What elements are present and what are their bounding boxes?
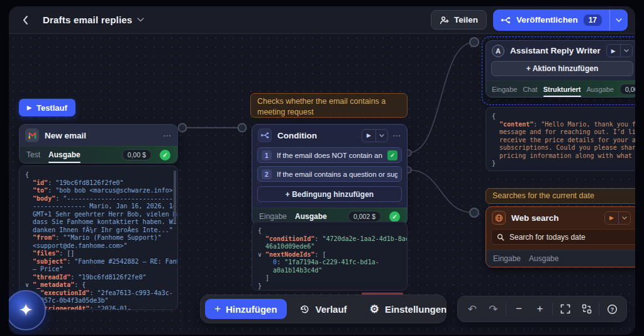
help-button[interactable]: ?: [601, 299, 623, 319]
scrollbar[interactable]: [174, 171, 176, 223]
settings-label: Einstellungen: [385, 304, 447, 315]
node-condition[interactable]: Condition ▶ ⋯ 1 If the email does NOT co…: [252, 124, 408, 225]
tab-input[interactable]: Eingabe: [259, 212, 287, 221]
fit-view-button[interactable]: [555, 299, 576, 319]
tab-input[interactable]: Eingabe: [492, 86, 517, 93]
test-run-label: Testlauf: [36, 103, 67, 113]
node-title: Web search: [511, 213, 559, 223]
publish-button[interactable]: Veröffentlichen 17: [493, 9, 628, 31]
row-number: 1: [262, 150, 272, 160]
plus-icon: +: [537, 303, 543, 315]
node-new-email[interactable]: New email ⋯ Test Ausgabe 0,00 $ ✓: [19, 124, 178, 164]
publish-dropdown[interactable]: [610, 18, 628, 22]
node-title: Assistant Reply Writer: [510, 46, 601, 55]
run-node-button[interactable]: ▶: [605, 212, 618, 224]
condition-output-panel[interactable]: { "conditionId": "4720da2e-1aa2-4d1b-8ac…: [252, 221, 408, 291]
chevron-left-icon: [22, 15, 28, 25]
node-web-search[interactable]: Web search ▶ ⋯ Search for todays: [486, 206, 635, 267]
undo-button[interactable]: ↶: [462, 299, 483, 319]
redo-icon: ↷: [489, 303, 497, 316]
assistant-widget-button[interactable]: ✦: [9, 290, 46, 330]
publish-label: Veröffentlichen: [516, 15, 578, 25]
new-email-tabbar: Test Ausgabe 0,00 $ ✓: [19, 146, 177, 163]
tab-output[interactable]: Ausgabe: [587, 86, 614, 93]
tab-output[interactable]: Ausgabe: [295, 212, 327, 221]
comment-web-search[interactable]: Searches for the current date: [486, 188, 635, 204]
node-menu-icon[interactable]: ⋯: [163, 132, 172, 140]
node-assistant-reply-writer[interactable]: A Assistant Reply Writer ▶ ⋯ + Aktion hi…: [486, 40, 635, 98]
rearrange-icon: [582, 304, 592, 314]
globe-icon: [492, 211, 506, 225]
gmail-icon: [25, 128, 39, 142]
run-node-button[interactable]: ▶: [362, 130, 375, 142]
zoom-in-button[interactable]: +: [530, 299, 551, 319]
gear-icon: ⚙: [370, 304, 379, 315]
chevron-down-icon[interactable]: [137, 18, 144, 22]
new-email-output-panel[interactable]: { "id": "19bc6fd8126f2fe0" "to": "bob bo…: [19, 165, 178, 310]
add-action-button[interactable]: + Aktion hinzufügen: [491, 61, 633, 76]
play-icon: ▶: [27, 104, 31, 111]
run-options-chevron[interactable]: [376, 130, 387, 142]
new-email-header: New email ⋯: [19, 125, 177, 146]
run-controls: ▶: [606, 44, 633, 57]
fullscreen-icon: [560, 304, 570, 314]
add-node-button[interactable]: + Hinzufügen: [205, 299, 287, 319]
assistant-output-panel[interactable]: { "content": "Hello Mario, thank you for…: [486, 107, 635, 171]
cost-badge: 0,00 $: [122, 149, 152, 160]
plus-icon: +: [214, 303, 221, 315]
assistant-header: A Assistant Reply Writer ▶ ⋯: [486, 41, 635, 60]
screenshot-stage: Drafts email replies Teilen Veröff: [0, 0, 644, 336]
tab-test[interactable]: Test: [26, 150, 40, 159]
node-title: Condition: [277, 131, 317, 140]
tab-structured[interactable]: Strukturiert: [543, 86, 581, 93]
publish-count-badge: 17: [584, 14, 602, 26]
assistant-tabbar: Eingabe Chat Strukturiert Ausgabe 0,006 …: [486, 81, 635, 97]
row-number: 2: [262, 169, 272, 179]
tab-output[interactable]: Ausgabe: [529, 254, 558, 263]
share-button[interactable]: Teilen: [431, 10, 487, 30]
condition-row-2[interactable]: 2 If the email contains a question or su…: [257, 166, 402, 182]
bottom-toolbar: + Hinzufügen Verlauf ⚙ Einstellungen: [200, 294, 447, 323]
canvas-controls-toolbar: ↶ ↷ − + ?: [457, 296, 627, 322]
run-node-button[interactable]: ▶: [607, 45, 620, 57]
add-node-label: Hinzufügen: [226, 304, 277, 315]
plus-icon: +: [286, 190, 290, 199]
run-options-chevron[interactable]: [621, 45, 632, 57]
node-title: New email: [45, 131, 86, 140]
node-menu-icon[interactable]: ⋯: [392, 132, 401, 140]
redo-button[interactable]: ↷: [483, 299, 504, 319]
history-button[interactable]: Verlauf: [289, 299, 357, 319]
condition-row-1[interactable]: 1 If the email does NOT contain anything…: [257, 147, 402, 163]
back-button[interactable]: [16, 11, 34, 29]
test-run-button[interactable]: ▶ Testlauf: [19, 99, 75, 116]
branch-condition-icon: [258, 128, 272, 142]
help-icon: ?: [607, 304, 618, 315]
auto-layout-button[interactable]: [576, 299, 597, 319]
add-condition-button[interactable]: + Bedingung hinzufügen: [257, 186, 402, 202]
zoom-out-button[interactable]: −: [508, 299, 530, 319]
settings-button[interactable]: ⚙ Einstellungen: [360, 299, 457, 319]
cost-badge: 0,006 $: [619, 84, 635, 95]
publish-main: Veröffentlichen 17: [493, 14, 609, 26]
undo-icon: ↶: [468, 303, 477, 316]
web-search-query-row[interactable]: Search for todays date: [491, 229, 635, 245]
tab-input[interactable]: Eingabe: [493, 254, 521, 263]
web-search-tabbar: Eingabe Ausgabe: [486, 250, 635, 267]
web-search-query: Search for todays date: [509, 233, 586, 242]
web-search-header: Web search ▶ ⋯: [486, 207, 635, 228]
run-options-chevron[interactable]: [619, 212, 630, 224]
tab-chat[interactable]: Chat: [523, 86, 537, 93]
workflow-canvas[interactable]: ▶ Testlauf New email ⋯ Test Ausgabe 0,00…: [9, 34, 635, 335]
topbar-actions: Teilen Veröffentlichen 17: [431, 9, 628, 31]
assistant-avatar: A: [492, 45, 504, 57]
top-bar: Drafts email replies Teilen Veröff: [9, 6, 635, 34]
add-action-label: Aktion hinzufügen: [533, 64, 599, 73]
comment-condition[interactable]: Checks whether the email contains a meet…: [250, 93, 408, 118]
svg-text:?: ?: [610, 306, 614, 312]
minus-icon: −: [516, 303, 522, 315]
tab-output[interactable]: Ausgabe: [48, 150, 80, 159]
sparkle-star-icon: ✦: [19, 300, 33, 320]
app-window: Drafts email replies Teilen Veröff: [9, 6, 635, 335]
history-label: Verlauf: [316, 304, 347, 315]
history-clock-icon: [299, 304, 310, 315]
